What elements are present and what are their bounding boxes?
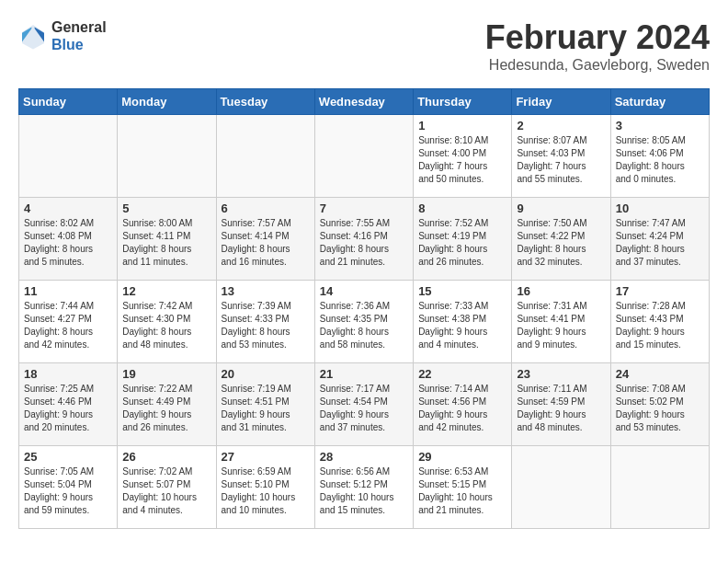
calendar-cell [216,115,314,198]
day-info: Sunrise: 7:57 AM Sunset: 4:14 PM Dayligh… [222,217,310,269]
calendar-cell: 24Sunrise: 7:08 AM Sunset: 5:02 PM Dayli… [610,363,709,446]
day-number: 4 [24,201,112,215]
day-info: Sunrise: 7:50 AM Sunset: 4:22 PM Dayligh… [517,217,605,269]
calendar-cell: 26Sunrise: 7:02 AM Sunset: 5:07 PM Dayli… [118,446,216,529]
day-number: 9 [517,201,605,215]
calendar-cell: 1Sunrise: 8:10 AM Sunset: 4:00 PM Daylig… [414,115,512,198]
calendar-cell: 22Sunrise: 7:14 AM Sunset: 4:56 PM Dayli… [414,363,512,446]
logo-blue: Blue [51,36,107,53]
calendar-cell: 27Sunrise: 6:59 AM Sunset: 5:10 PM Dayli… [216,446,314,529]
calendar-cell: 16Sunrise: 7:31 AM Sunset: 4:41 PM Dayli… [512,281,610,363]
day-number: 7 [320,201,408,215]
day-info: Sunrise: 7:44 AM Sunset: 4:27 PM Dayligh… [24,300,112,351]
day-number: 23 [517,367,605,381]
calendar-cell [314,115,413,198]
day-number: 3 [616,119,704,132]
day-info: Sunrise: 7:22 AM Sunset: 4:49 PM Dayligh… [122,383,210,434]
weekday-header-monday: Monday [118,89,216,115]
calendar-cell: 28Sunrise: 6:56 AM Sunset: 5:12 PM Dayli… [314,446,413,529]
calendar-week-row: 25Sunrise: 7:05 AM Sunset: 5:04 PM Dayli… [19,446,710,529]
day-number: 21 [320,367,408,381]
day-info: Sunrise: 8:05 AM Sunset: 4:06 PM Dayligh… [616,134,704,186]
day-number: 20 [222,367,310,381]
day-number: 27 [222,450,310,464]
day-number: 1 [418,119,506,132]
day-number: 26 [122,450,210,464]
calendar-table: SundayMondayTuesdayWednesdayThursdayFrid… [18,88,710,529]
day-number: 17 [616,284,704,298]
weekday-header-sunday: Sunday [19,89,118,115]
calendar-cell: 2Sunrise: 8:07 AM Sunset: 4:03 PM Daylig… [512,115,610,198]
day-info: Sunrise: 7:47 AM Sunset: 4:24 PM Dayligh… [616,217,704,269]
day-number: 6 [222,201,310,215]
calendar-cell [118,115,216,198]
day-info: Sunrise: 7:08 AM Sunset: 5:02 PM Dayligh… [616,383,704,434]
day-number: 12 [122,284,210,298]
calendar-cell: 10Sunrise: 7:47 AM Sunset: 4:24 PM Dayli… [610,198,709,281]
day-number: 18 [24,367,112,381]
calendar-cell: 4Sunrise: 8:02 AM Sunset: 4:08 PM Daylig… [19,198,118,281]
calendar-subtitle: Hedesunda, Gaevleborg, Sweden [485,57,710,74]
day-info: Sunrise: 6:53 AM Sunset: 5:15 PM Dayligh… [418,465,506,517]
calendar-cell [512,446,610,529]
day-info: Sunrise: 7:19 AM Sunset: 4:51 PM Dayligh… [222,383,310,434]
calendar-cell: 20Sunrise: 7:19 AM Sunset: 4:51 PM Dayli… [216,363,314,446]
calendar-cell [19,115,118,198]
day-number: 5 [122,201,210,215]
logo: General Blue [18,18,107,53]
weekday-header-row: SundayMondayTuesdayWednesdayThursdayFrid… [19,89,710,115]
day-info: Sunrise: 7:11 AM Sunset: 4:59 PM Dayligh… [517,383,605,434]
weekday-header-friday: Friday [512,89,610,115]
calendar-cell: 7Sunrise: 7:55 AM Sunset: 4:16 PM Daylig… [314,198,413,281]
day-number: 29 [418,450,506,464]
calendar-cell: 8Sunrise: 7:52 AM Sunset: 4:19 PM Daylig… [414,198,512,281]
title-section: February 2024 Hedesunda, Gaevleborg, Swe… [485,18,710,74]
calendar-week-row: 1Sunrise: 8:10 AM Sunset: 4:00 PM Daylig… [19,115,710,198]
day-number: 2 [517,119,605,132]
logo-text: General Blue [51,18,107,53]
calendar-cell: 15Sunrise: 7:33 AM Sunset: 4:38 PM Dayli… [414,281,512,363]
day-number: 15 [418,284,506,298]
day-number: 11 [24,284,112,298]
day-info: Sunrise: 7:39 AM Sunset: 4:33 PM Dayligh… [222,300,310,351]
calendar-cell: 23Sunrise: 7:11 AM Sunset: 4:59 PM Dayli… [512,363,610,446]
day-number: 24 [616,367,704,381]
day-info: Sunrise: 7:28 AM Sunset: 4:43 PM Dayligh… [616,300,704,351]
calendar-cell: 6Sunrise: 7:57 AM Sunset: 4:14 PM Daylig… [216,198,314,281]
calendar-cell: 14Sunrise: 7:36 AM Sunset: 4:35 PM Dayli… [314,281,413,363]
day-info: Sunrise: 8:00 AM Sunset: 4:11 PM Dayligh… [122,217,210,269]
day-number: 10 [616,201,704,215]
day-number: 14 [320,284,408,298]
calendar-week-row: 11Sunrise: 7:44 AM Sunset: 4:27 PM Dayli… [19,281,710,363]
calendar-cell: 18Sunrise: 7:25 AM Sunset: 4:46 PM Dayli… [19,363,118,446]
logo-icon [18,21,48,51]
day-number: 8 [418,201,506,215]
day-info: Sunrise: 7:25 AM Sunset: 4:46 PM Dayligh… [24,383,112,434]
day-info: Sunrise: 7:33 AM Sunset: 4:38 PM Dayligh… [418,300,506,351]
calendar-cell: 25Sunrise: 7:05 AM Sunset: 5:04 PM Dayli… [19,446,118,529]
day-info: Sunrise: 6:56 AM Sunset: 5:12 PM Dayligh… [320,465,408,517]
day-info: Sunrise: 7:36 AM Sunset: 4:35 PM Dayligh… [320,300,408,351]
weekday-header-wednesday: Wednesday [314,89,413,115]
calendar-week-row: 4Sunrise: 8:02 AM Sunset: 4:08 PM Daylig… [19,198,710,281]
day-info: Sunrise: 7:55 AM Sunset: 4:16 PM Dayligh… [320,217,408,269]
calendar-cell: 9Sunrise: 7:50 AM Sunset: 4:22 PM Daylig… [512,198,610,281]
day-number: 28 [320,450,408,464]
day-info: Sunrise: 7:42 AM Sunset: 4:30 PM Dayligh… [122,300,210,351]
day-number: 22 [418,367,506,381]
calendar-cell: 13Sunrise: 7:39 AM Sunset: 4:33 PM Dayli… [216,281,314,363]
day-info: Sunrise: 6:59 AM Sunset: 5:10 PM Dayligh… [222,465,310,517]
calendar-cell: 5Sunrise: 8:00 AM Sunset: 4:11 PM Daylig… [118,198,216,281]
day-number: 19 [122,367,210,381]
day-info: Sunrise: 7:31 AM Sunset: 4:41 PM Dayligh… [517,300,605,351]
weekday-header-saturday: Saturday [610,89,709,115]
day-info: Sunrise: 7:52 AM Sunset: 4:19 PM Dayligh… [418,217,506,269]
day-info: Sunrise: 8:02 AM Sunset: 4:08 PM Dayligh… [24,217,112,269]
day-number: 16 [517,284,605,298]
calendar-cell [610,446,709,529]
calendar-week-row: 18Sunrise: 7:25 AM Sunset: 4:46 PM Dayli… [19,363,710,446]
calendar-title: February 2024 [485,18,710,57]
calendar-cell: 19Sunrise: 7:22 AM Sunset: 4:49 PM Dayli… [118,363,216,446]
calendar-cell: 3Sunrise: 8:05 AM Sunset: 4:06 PM Daylig… [610,115,709,198]
calendar-cell: 12Sunrise: 7:42 AM Sunset: 4:30 PM Dayli… [118,281,216,363]
